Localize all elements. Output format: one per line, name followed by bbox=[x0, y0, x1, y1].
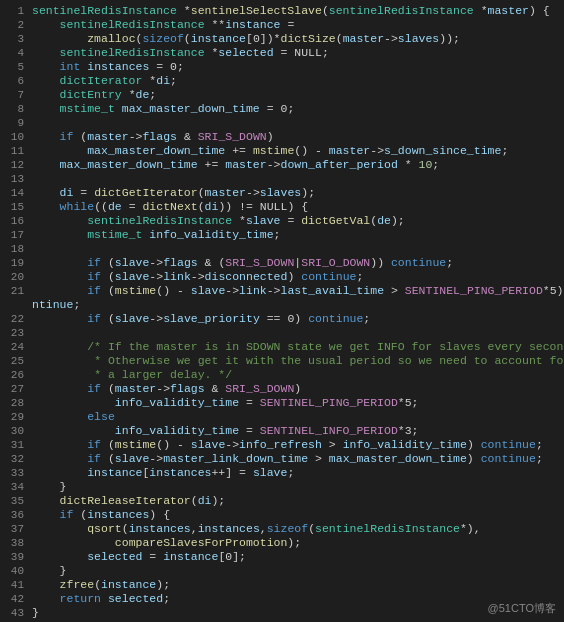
line-content: return selected; bbox=[32, 592, 560, 606]
code-line: 1sentinelRedisInstance *sentinelSelectSl… bbox=[0, 4, 564, 18]
code-line: 25 * Otherwise we get it with the usual … bbox=[0, 354, 564, 368]
line-number: 34 bbox=[4, 480, 32, 494]
code-line: 15 while((de = dictNext(di)) != NULL) { bbox=[0, 200, 564, 214]
code-line: 6 dictIterator *di; bbox=[0, 74, 564, 88]
code-line: 3 zmalloc(sizeof(instance[0])*dictSize(m… bbox=[0, 32, 564, 46]
line-number: 35 bbox=[4, 494, 32, 508]
code-line: 42 return selected; bbox=[0, 592, 564, 606]
line-number: 5 bbox=[4, 60, 32, 74]
code-line: 35 dictReleaseIterator(di); bbox=[0, 494, 564, 508]
line-number: 28 bbox=[4, 396, 32, 410]
code-line: 24 /* If the master is in SDOWN state we… bbox=[0, 340, 564, 354]
line-number: 10 bbox=[4, 130, 32, 144]
line-number: 16 bbox=[4, 214, 32, 228]
line-content: mstime_t info_validity_time; bbox=[32, 228, 560, 242]
code-line: 37 qsort(instances,instances,sizeof(sent… bbox=[0, 522, 564, 536]
line-number: 37 bbox=[4, 522, 32, 536]
code-line: 22 if (slave->slave_priority == 0) conti… bbox=[0, 312, 564, 326]
line-number: 40 bbox=[4, 564, 32, 578]
line-content: else bbox=[32, 410, 560, 424]
line-number: 8 bbox=[4, 102, 32, 116]
code-line: 43} bbox=[0, 606, 564, 620]
line-number: 42 bbox=[4, 592, 32, 606]
line-number: 26 bbox=[4, 368, 32, 382]
line-content: sentinelRedisInstance *sentinelSelectSla… bbox=[32, 4, 560, 18]
code-line: 2 sentinelRedisInstance **instance = bbox=[0, 18, 564, 32]
code-line: 17 mstime_t info_validity_time; bbox=[0, 228, 564, 242]
line-number: 19 bbox=[4, 256, 32, 270]
line-content: /* If the master is in SDOWN state we ge… bbox=[32, 340, 564, 354]
line-content: if (slave->master_link_down_time > max_m… bbox=[32, 452, 560, 466]
line-content: mstime_t max_master_down_time = 0; bbox=[32, 102, 560, 116]
line-number: 29 bbox=[4, 410, 32, 424]
line-number: 20 bbox=[4, 270, 32, 284]
line-number: 32 bbox=[4, 452, 32, 466]
code-line: 11 max_master_down_time += mstime() - ma… bbox=[0, 144, 564, 158]
line-content: if (master->flags & SRI_S_DOWN) bbox=[32, 130, 560, 144]
line-number: 18 bbox=[4, 242, 32, 256]
line-content: selected = instance[0]; bbox=[32, 550, 560, 564]
code-line: 16 sentinelRedisInstance *slave = dictGe… bbox=[0, 214, 564, 228]
line-content: info_validity_time = SENTINEL_PING_PERIO… bbox=[32, 396, 560, 410]
line-content: if (mstime() - slave->link->last_avail_t… bbox=[32, 284, 564, 298]
line-content: di = dictGetIterator(master->slaves); bbox=[32, 186, 560, 200]
code-line: 14 di = dictGetIterator(master->slaves); bbox=[0, 186, 564, 200]
code-line: 28 info_validity_time = SENTINEL_PING_PE… bbox=[0, 396, 564, 410]
code-line: 29 else bbox=[0, 410, 564, 424]
code-line: 18 bbox=[0, 242, 564, 256]
code-line: 20 if (slave->link->disconnected) contin… bbox=[0, 270, 564, 284]
code-line: 31 if (mstime() - slave->info_refresh > … bbox=[0, 438, 564, 452]
line-content: * a larger delay. */ bbox=[32, 368, 560, 382]
line-number: 23 bbox=[4, 326, 32, 340]
line-content: if (instances) { bbox=[32, 508, 560, 522]
line-number: 17 bbox=[4, 228, 32, 242]
line-number: 36 bbox=[4, 508, 32, 522]
code-line: 19 if (slave->flags & (SRI_S_DOWN|SRI_O_… bbox=[0, 256, 564, 270]
line-number: 3 bbox=[4, 32, 32, 46]
line-number: 2 bbox=[4, 18, 32, 32]
code-line: 33 instance[instances++] = slave; bbox=[0, 466, 564, 480]
line-number: 6 bbox=[4, 74, 32, 88]
line-number: 13 bbox=[4, 172, 32, 186]
code-line: 9 bbox=[0, 116, 564, 130]
line-number: 39 bbox=[4, 550, 32, 564]
line-number: 15 bbox=[4, 200, 32, 214]
line-number: 38 bbox=[4, 536, 32, 550]
code-line: 5 int instances = 0; bbox=[0, 60, 564, 74]
line-content: compareSlavesForPromotion); bbox=[32, 536, 560, 550]
line-content: zfree(instance); bbox=[32, 578, 560, 592]
line-number: 14 bbox=[4, 186, 32, 200]
code-line: 38 compareSlavesForPromotion); bbox=[0, 536, 564, 550]
line-content: ntinue; bbox=[32, 298, 560, 312]
line-content: int instances = 0; bbox=[32, 60, 560, 74]
line-number: 33 bbox=[4, 466, 32, 480]
line-content: if (master->flags & SRI_S_DOWN) bbox=[32, 382, 560, 396]
line-number: 43 bbox=[4, 606, 32, 620]
line-number: 4 bbox=[4, 46, 32, 60]
code-line: 10 if (master->flags & SRI_S_DOWN) bbox=[0, 130, 564, 144]
code-line: 36 if (instances) { bbox=[0, 508, 564, 522]
line-content: dictEntry *de; bbox=[32, 88, 560, 102]
code-line: 34 } bbox=[0, 480, 564, 494]
code-line: 41 zfree(instance); bbox=[0, 578, 564, 592]
line-content: if (slave->slave_priority == 0) continue… bbox=[32, 312, 560, 326]
line-content: sentinelRedisInstance *selected = NULL; bbox=[32, 46, 560, 60]
line-content: } bbox=[32, 606, 560, 620]
line-number: 11 bbox=[4, 144, 32, 158]
line-content: max_master_down_time += mstime() - maste… bbox=[32, 144, 560, 158]
code-line: 26 * a larger delay. */ bbox=[0, 368, 564, 382]
line-number: 31 bbox=[4, 438, 32, 452]
watermark-label: @51CTO博客 bbox=[488, 601, 556, 616]
code-line: ntinue; bbox=[0, 298, 564, 312]
line-number: 22 bbox=[4, 312, 32, 326]
line-number: 9 bbox=[4, 116, 32, 130]
code-line: 8 mstime_t max_master_down_time = 0; bbox=[0, 102, 564, 116]
line-content: qsort(instances,instances,sizeof(sentine… bbox=[32, 522, 560, 536]
line-number: 12 bbox=[4, 158, 32, 172]
line-content: info_validity_time = SENTINEL_INFO_PERIO… bbox=[32, 424, 560, 438]
line-content: } bbox=[32, 564, 560, 578]
code-line: 12 max_master_down_time += master->down_… bbox=[0, 158, 564, 172]
line-content: dictReleaseIterator(di); bbox=[32, 494, 560, 508]
line-content: } bbox=[32, 480, 560, 494]
line-number: 25 bbox=[4, 354, 32, 368]
